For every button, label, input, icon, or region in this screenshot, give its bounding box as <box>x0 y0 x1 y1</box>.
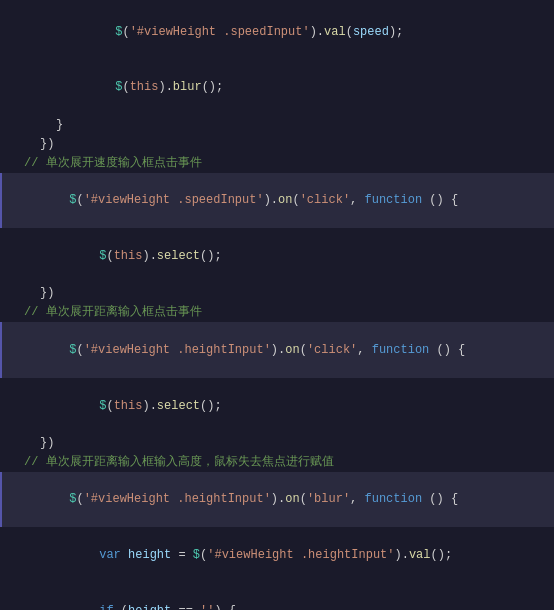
code-line: $('#viewHeight .heightInput').on('click'… <box>0 322 554 378</box>
code-line: }) <box>0 284 554 303</box>
code-line: } <box>0 116 554 135</box>
code-line: $('#viewHeight .heightInput').on('blur',… <box>0 472 554 528</box>
code-line: // 单次展开速度输入框点击事件 <box>0 154 554 173</box>
code-line: $(this).blur(); <box>0 60 554 116</box>
code-line: $(this).select(); <box>0 378 554 434</box>
code-editor: $('#viewHeight .speedInput').val(speed);… <box>0 0 554 610</box>
code-line: $('#viewHeight .speedInput').on('click',… <box>0 173 554 229</box>
code-line: $('#viewHeight .speedInput').val(speed); <box>0 4 554 60</box>
code-line: // 单次展开距离输入框点击事件 <box>0 303 554 322</box>
code-line: $(this).select(); <box>0 228 554 284</box>
code-line: var height = $('#viewHeight .heightInput… <box>0 527 554 583</box>
code-line: if (height == '') { <box>0 583 554 610</box>
code-line: }) <box>0 135 554 154</box>
code-line: // 单次展开距离输入框输入高度，鼠标失去焦点进行赋值 <box>0 453 554 472</box>
code-line: }) <box>0 434 554 453</box>
